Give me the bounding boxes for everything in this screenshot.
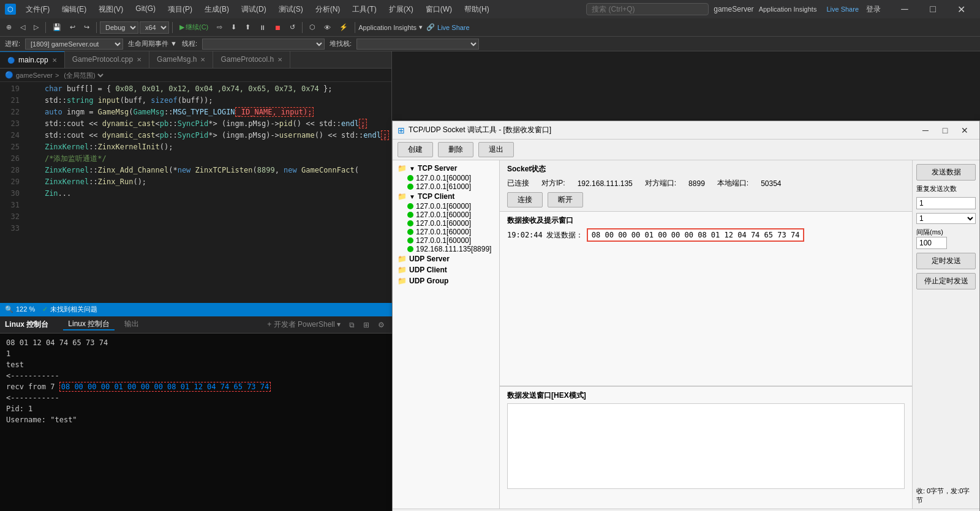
toolbar-new[interactable]: ⊕ — [2, 22, 15, 32]
toolbar-restart[interactable]: ↺ — [286, 22, 299, 32]
tcp-client-child-2[interactable]: 127.0.0.1[60000] — [395, 211, 497, 219]
tcp-client-child-1[interactable]: 127.0.0.1[60000] — [395, 202, 497, 211]
thread-select[interactable] — [202, 39, 325, 50]
app-insights-toolbar-btn[interactable]: Application Insights ▾ — [358, 23, 423, 31]
udp-server-node[interactable]: 📁 UDP Server — [395, 253, 497, 264]
repeat-input[interactable] — [916, 197, 976, 209]
minimize-button[interactable]: ─ — [891, 0, 919, 18]
close-button[interactable]: ✕ — [947, 0, 975, 18]
tcp-server-child-2[interactable]: 127.0.0.1[61000] — [395, 182, 497, 191]
tab-gameprotocol-cpp[interactable]: GameProtocol.cpp ✕ — [65, 51, 149, 68]
menu-tools[interactable]: 工具(T) — [347, 3, 381, 16]
send-data-btn[interactable]: 发送数据 — [916, 164, 976, 181]
toolbar-stop[interactable]: ⏹ — [271, 23, 285, 32]
tab-gameprotocol-h[interactable]: GameProtocol.h ✕ — [213, 51, 290, 68]
start-button[interactable]: ▶ 继续(C) — [176, 21, 212, 33]
udp-client-node[interactable]: 📁 UDP Client — [395, 264, 497, 275]
menu-ext[interactable]: 扩展(X) — [384, 3, 418, 16]
terminal-tab-linux[interactable]: Linux 控制台 — [63, 319, 115, 330]
lifecycle-label[interactable]: 生命周期事件 ▼ — [128, 39, 177, 48]
tab-gamemsg-h-close[interactable]: ✕ — [200, 56, 205, 63]
menu-project[interactable]: 项目(P) — [163, 3, 197, 16]
tcp-client-node[interactable]: 📁 ▼ TCP Client — [395, 191, 497, 202]
menu-file[interactable]: 文件(F) — [21, 3, 55, 16]
tab-main-cpp-close[interactable]: ✕ — [52, 57, 57, 64]
tcp-delete-btn[interactable]: 删除 — [438, 142, 473, 157]
toolbar-step-over[interactable]: ⇨ — [213, 22, 226, 32]
menu-edit[interactable]: 编辑(E) — [57, 3, 91, 16]
toolbar-pause[interactable]: ⏸ — [255, 23, 270, 32]
tc-child-5-label: 127.0.0.1[60000] — [416, 236, 471, 245]
tcp-server-node[interactable]: 📁 ▼ TCP Server — [395, 163, 497, 174]
recv-hex-highlight: 08 00 00 00 01 00 00 00 08 01 12 04 74 6… — [59, 382, 271, 392]
menu-help[interactable]: 帮助(H) — [459, 3, 494, 16]
remote-ip-value: 192.168.111.135 — [578, 179, 633, 188]
zoom-status[interactable]: 🔍 122 % — [5, 305, 35, 313]
toolbar-step-in[interactable]: ⬇ — [227, 22, 240, 32]
menu-window[interactable]: 窗口(W) — [421, 3, 457, 16]
tab-gamemsg-h[interactable]: GameMsg.h ✕ — [149, 51, 213, 68]
tcp-server-child-2-label: 127.0.0.1[61000] — [416, 182, 471, 191]
menu-debug[interactable]: 调试(D) — [236, 3, 271, 16]
live-share-button[interactable]: Live Share — [826, 6, 859, 13]
tcp-create-btn[interactable]: 创建 — [398, 142, 433, 157]
toolbar-save-all[interactable]: 💾 — [49, 22, 65, 32]
toolbar-forward[interactable]: ▷ — [30, 22, 42, 32]
repeat-select[interactable]: 1 — [916, 213, 976, 224]
tcp-server-label: TCP Server — [418, 164, 457, 173]
data-send-textarea[interactable] — [507, 403, 905, 489]
tcp-minimize-btn[interactable]: ─ — [916, 123, 935, 138]
menu-test[interactable]: 测试(S) — [274, 3, 308, 16]
term-line-3: test — [6, 359, 386, 370]
toolbar-watch[interactable]: 👁 — [320, 23, 334, 32]
menu-git[interactable]: Git(G) — [130, 3, 160, 16]
terminal-content[interactable]: 08 01 12 04 74 65 73 74 1 test <--------… — [0, 334, 392, 511]
debug-config-select[interactable]: Debug — [100, 21, 138, 34]
stack-select[interactable] — [356, 39, 479, 50]
toolbar-redo[interactable]: ↪ — [80, 22, 93, 32]
login-button[interactable]: 登录 — [866, 4, 881, 15]
maximize-button[interactable]: □ — [919, 0, 947, 18]
tcp-client-child-4[interactable]: 127.0.0.1[60000] — [395, 228, 497, 236]
code-line-26: std::cout << dynamic_cast<pb::SyncPid*> … — [27, 130, 386, 141]
term-line-6: <----------- — [6, 392, 386, 403]
tcp-maximize-btn[interactable]: □ — [935, 123, 955, 138]
terminal-split-btn[interactable]: ⊞ — [361, 321, 372, 329]
timed-send-btn[interactable]: 定时发送 — [916, 253, 976, 269]
udp-group-node[interactable]: 📁 UDP Group — [395, 275, 497, 286]
toolbar-undo[interactable]: ↩ — [66, 22, 79, 32]
new-terminal-btn[interactable]: + 开发者 PowerShell ▾ — [265, 319, 343, 330]
breadcrumb-file[interactable]: gameServer — [16, 72, 53, 79]
tab-gameprotocol-cpp-close[interactable]: ✕ — [137, 56, 141, 63]
tcp-close-btn[interactable]: ✕ — [955, 123, 974, 138]
tcp-client-child-5[interactable]: 127.0.0.1[60000] — [395, 236, 497, 245]
code-line-25: std::cout << dynamic_cast<pb::SyncPid*> … — [27, 118, 386, 130]
terminal-tab-output[interactable]: 输出 — [119, 319, 144, 330]
platform-select[interactable]: x64 — [140, 21, 169, 34]
terminal-copy-btn[interactable]: ⧉ — [347, 321, 357, 329]
toolbar-autos[interactable]: ⚡ — [336, 22, 352, 32]
stop-timed-btn[interactable]: 停止定时发送 — [916, 273, 976, 289]
tcp-client-child-3[interactable]: 127.0.0.1[60000] — [395, 219, 497, 228]
process-select[interactable]: [1809] gameServer.out — [25, 39, 123, 50]
toolbar-breakpoint[interactable]: ⬡ — [306, 22, 319, 32]
toolbar-step-out[interactable]: ⬆ — [241, 22, 254, 32]
menu-build[interactable]: 生成(B) — [200, 3, 234, 16]
tcp-client-child-6[interactable]: 192.168.111.135[8899] — [395, 245, 497, 253]
tcp-server-child-1[interactable]: 127.0.0.1[60000] — [395, 174, 497, 182]
no-problem-status[interactable]: ✓ 未找到相关问题 — [42, 305, 97, 314]
breadcrumb-scope-select[interactable]: (全局范围) — [61, 71, 105, 80]
interval-input[interactable] — [916, 237, 947, 249]
tcp-exit-btn[interactable]: 退出 — [478, 142, 514, 157]
socket-disconnect-btn[interactable]: 断开 — [548, 192, 583, 207]
menu-view[interactable]: 视图(V) — [94, 3, 128, 16]
tab-gameprotocol-h-close[interactable]: ✕ — [277, 56, 282, 63]
socket-connect-btn[interactable]: 连接 — [507, 192, 543, 207]
tab-main-cpp[interactable]: 🔵 main.cpp ✕ — [0, 51, 65, 68]
live-share-toolbar-btn[interactable]: 🔗 Live Share — [426, 23, 470, 31]
terminal-settings-btn[interactable]: ⚙ — [375, 321, 387, 329]
global-search-input[interactable] — [586, 3, 709, 15]
toolbar-back[interactable]: ◁ — [17, 22, 29, 32]
app-insights-button[interactable]: Application Insights — [759, 6, 817, 13]
menu-analyze[interactable]: 分析(N) — [311, 3, 345, 16]
